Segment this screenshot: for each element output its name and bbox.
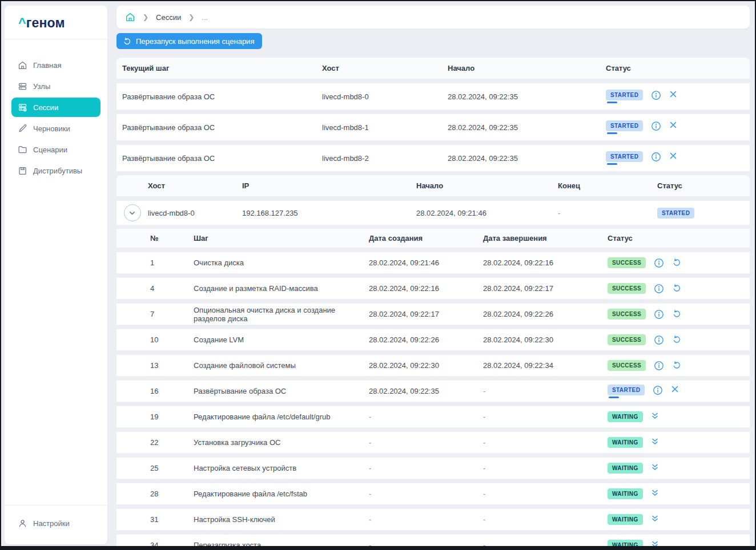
step-created: 28.02.2024, 09:21:46 (369, 258, 483, 267)
info-circle-icon[interactable] (654, 309, 664, 320)
info-circle-icon[interactable] (654, 258, 664, 268)
step-created: 28.02.2024, 09:22:35 (369, 387, 483, 395)
x-icon[interactable] (669, 121, 677, 129)
x-icon[interactable] (669, 152, 677, 160)
chevron-down-icon[interactable] (124, 204, 141, 221)
info-circle-icon[interactable] (653, 385, 663, 395)
column-header: Статус (608, 234, 750, 242)
step-created: - (369, 541, 483, 546)
breadcrumb-item-sessions[interactable]: Сессии (156, 13, 181, 22)
step-number: 4 (150, 284, 194, 293)
restart-step-icon[interactable] (672, 284, 681, 293)
status-badge: WAITING (608, 411, 643, 422)
step-finished: - (483, 387, 608, 395)
sidebar-nav: Главная Узлы Сессии Черновики (5, 39, 107, 180)
restart-step-icon[interactable] (672, 335, 681, 344)
restart-scenario-button[interactable]: Перезапуск выполнения сценария (116, 33, 262, 49)
host-start: 28.02.2024, 09:21:46 (416, 209, 558, 217)
status-badge: WAITING (608, 540, 643, 546)
step-created: - (369, 438, 483, 447)
status-badge: SUCCESS (608, 283, 646, 294)
info-circle-icon[interactable] (651, 121, 661, 131)
breadcrumb-item-current[interactable]: ... (202, 13, 208, 22)
column-header: Дата завершения (483, 234, 608, 242)
progress-underline (609, 397, 619, 398)
sidebar-item-main[interactable]: Главная (11, 55, 100, 75)
restart-step-icon[interactable] (672, 309, 681, 318)
steps-table-body: 1Очистка диска28.02.2024, 09:21:4628.02.… (116, 252, 750, 546)
step-finished: - (483, 541, 608, 546)
session-start: 28.02.2024, 09:22:35 (448, 92, 606, 101)
logo-caret: ^ (18, 15, 26, 30)
restart-button-label: Перезапуск выполнения сценария (136, 37, 254, 46)
chevron-right-icon: ❯ (143, 13, 148, 21)
double-chevron-down-icon[interactable] (651, 540, 659, 546)
home-icon (17, 60, 27, 70)
session-row: Развёртывание образа ОСlivecd-mbd8-028.0… (116, 83, 750, 110)
status-badge-wrap: STARTED (606, 120, 643, 134)
step-finished: - (483, 412, 608, 421)
double-chevron-down-icon[interactable] (651, 489, 659, 497)
double-chevron-down-icon[interactable] (651, 515, 659, 523)
step-row: 31Настройка SSH-ключей--WAITING (116, 508, 750, 531)
info-circle-icon[interactable] (651, 90, 661, 100)
status-badge: STARTED (606, 90, 643, 100)
sidebar-item-label: Главная (33, 60, 61, 70)
sidebar-item-label: Узлы (33, 82, 50, 91)
x-icon[interactable] (671, 385, 679, 393)
session-current-step: Развёртывание образа ОС (122, 154, 322, 163)
step-name: Создание LVM (194, 335, 369, 344)
info-circle-icon[interactable] (654, 284, 664, 294)
home-icon[interactable] (125, 12, 135, 22)
progress-underline (607, 163, 617, 165)
restart-step-icon[interactable] (672, 361, 681, 370)
step-created: 28.02.2024, 09:22:30 (369, 361, 483, 370)
chevron-right-icon: ❯ (188, 13, 194, 21)
column-header: Начало (416, 181, 558, 190)
status-badge: SUCCESS (608, 257, 646, 268)
step-row: 28Редактирование файла /etc/fstab--WAITI… (116, 483, 750, 505)
status-cell: SUCCESS (608, 283, 750, 294)
step-finished: 28.02.2024, 09:22:34 (483, 361, 608, 370)
step-number: 25 (150, 464, 194, 472)
step-row: 16Развёртывание образа ОС28.02.2024, 09:… (116, 380, 750, 402)
step-number: 13 (150, 361, 194, 370)
status-cell: STARTED (606, 120, 744, 134)
step-number: 34 (150, 541, 194, 546)
status-cell: WAITING (608, 488, 750, 499)
step-created: 28.02.2024, 09:22:16 (369, 284, 483, 293)
info-circle-icon[interactable] (654, 335, 664, 345)
sidebar-item-distributions[interactable]: Дистрибутивы (11, 161, 100, 180)
restart-step-icon[interactable] (672, 258, 681, 267)
step-finished: - (483, 464, 608, 472)
double-chevron-down-icon[interactable] (651, 412, 659, 420)
step-name: Создание файловой системы (194, 361, 369, 370)
step-number: 28 (150, 490, 194, 498)
column-header: Шаг (194, 234, 369, 242)
x-icon[interactable] (669, 90, 677, 98)
sidebar-item-settings[interactable]: Настройки (11, 513, 100, 533)
double-chevron-down-icon[interactable] (651, 438, 659, 446)
step-name: Настройка сетевых устройств (194, 464, 369, 472)
info-circle-icon[interactable] (654, 361, 664, 371)
host-table: Хост IP Начало Конец Статус livecd-mbd8-… (116, 175, 750, 229)
step-row: 1Очистка диска28.02.2024, 09:21:4628.02.… (116, 252, 750, 274)
double-chevron-down-icon[interactable] (651, 463, 659, 471)
status-badge: SUCCESS (608, 334, 646, 345)
status-badge-wrap: WAITING (608, 411, 643, 422)
session-row: Развёртывание образа ОСlivecd-mbd8-228.0… (116, 144, 750, 172)
info-circle-icon[interactable] (651, 152, 661, 162)
sidebar-item-label: Черновики (33, 124, 70, 134)
step-number: 31 (150, 515, 194, 524)
step-created: - (369, 515, 483, 524)
column-header: Текущий шаг (122, 64, 322, 72)
status-badge-wrap: STARTED (606, 151, 643, 165)
sidebar-item-sessions[interactable]: Сессии (11, 98, 100, 117)
status-cell: STARTED (606, 90, 744, 103)
status-badge: WAITING (608, 488, 643, 499)
sidebar-item-drafts[interactable]: Черновики (11, 119, 100, 138)
status-cell: SUCCESS (608, 334, 750, 345)
status-badge: STARTED (657, 208, 694, 219)
sidebar-item-scenarios[interactable]: Сценарии (11, 140, 100, 159)
sidebar-item-nodes[interactable]: Узлы (11, 76, 100, 96)
